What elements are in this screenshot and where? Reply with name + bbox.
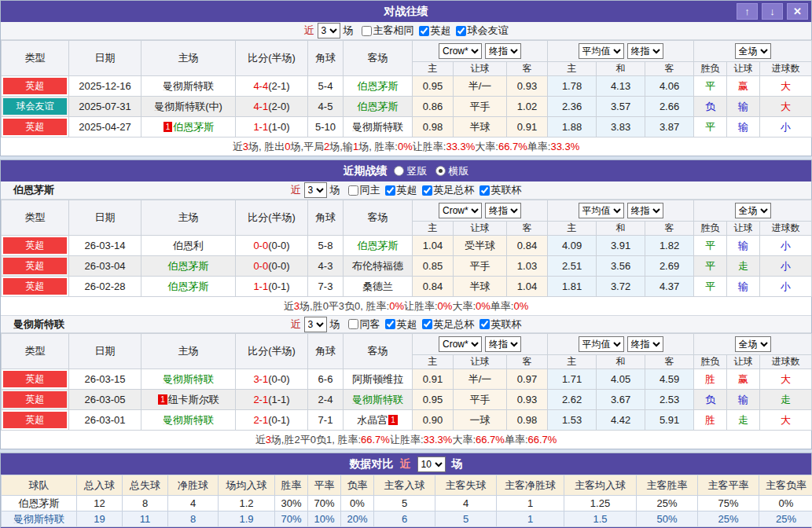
h2h-near-select[interactable]: 3	[318, 23, 340, 38]
filter-checkbox[interactable]: 英足总杯	[417, 183, 475, 197]
cell-goals-result: 小	[760, 256, 812, 277]
cell-corners: 7-3	[308, 277, 344, 297]
summary-segment: 3	[266, 434, 271, 446]
filter-checkbox[interactable]: 球会友谊	[451, 24, 509, 38]
avg-final-select[interactable]: 终指	[627, 336, 663, 352]
avg-final-select[interactable]: 终指	[627, 43, 663, 59]
team2-near-select[interactable]: 3	[304, 317, 327, 332]
layout-radio[interactable]: 竖版	[394, 164, 428, 178]
odds-final-select[interactable]: 终指	[485, 203, 521, 218]
cell-away-team: 布伦特福德	[344, 256, 413, 277]
filter-checkbox[interactable]: 英足总杯	[417, 317, 475, 332]
filter-checkbox[interactable]: 英联杯	[475, 317, 522, 332]
col-result: 胜负	[694, 355, 727, 369]
recent-section: 近期战绩 竖版横版 伯恩茅斯 近 3 场 同主英超英足总杯英联杯 类型 日期 主…	[0, 160, 812, 449]
cell-handicap-result: 输	[727, 236, 760, 256]
odds-select-group: Crow*终指	[413, 200, 548, 222]
col-type: 类型	[2, 334, 69, 369]
avg-source-select[interactable]: 平均值	[579, 336, 624, 352]
odds-final-select[interactable]: 终指	[485, 336, 521, 352]
move-up-button[interactable]: ↑	[737, 3, 758, 20]
col-odds-home: 主	[413, 355, 454, 369]
summary-segment: 66.7%	[528, 434, 557, 446]
cell-home-team: 伯恩茅斯	[141, 256, 236, 277]
team1-near-select[interactable]: 3	[304, 182, 327, 198]
cell-avg-home: 1.71	[548, 369, 597, 390]
col-hw-avg-goals: 主客均入球	[564, 475, 637, 496]
compare-section: 数据对比 近 10 场 球队 总入球 总失球 净胜球 场均入球 胜率 平率 负率…	[0, 453, 812, 528]
odds-final-select[interactable]: 终指	[485, 43, 521, 59]
halftime-score: (1-0)	[268, 121, 289, 133]
cell-avg-home: 1.53	[548, 410, 597, 431]
cell-stat-value: 70%	[275, 512, 308, 527]
h2h-title-bar: 对战往绩 ↑ ↓ ✕	[1, 1, 811, 22]
odds-company-select[interactable]: Crow*	[439, 43, 482, 59]
filter-checkbox[interactable]: 英超	[380, 183, 417, 197]
filter-checkbox[interactable]: 英超	[414, 24, 451, 38]
checkbox-input[interactable]	[362, 26, 372, 36]
scope-select[interactable]: 全场	[735, 203, 771, 218]
cell-home-team: 曼彻斯特联	[141, 76, 236, 97]
cell-goals-result: 走	[760, 390, 812, 410]
checkbox-input[interactable]	[456, 26, 466, 36]
cell-away-team: 曼彻斯特联	[344, 390, 413, 410]
odds-company-select[interactable]: Crow*	[439, 203, 482, 218]
cell-home-team: 伯恩利	[141, 236, 236, 256]
compare-near-select[interactable]: 10	[417, 456, 446, 472]
cell-stat-value: 5	[374, 496, 435, 512]
result-text: 小	[781, 280, 791, 292]
fulltime-score: 2-1	[253, 414, 268, 426]
cell-score: 2-1(0-1)	[236, 410, 308, 431]
team-name-text: 伯恩茅斯	[358, 101, 399, 112]
filter-checkbox[interactable]: 同客	[344, 317, 380, 332]
cell-avg-draw: 3.56	[597, 256, 645, 277]
col-odds-away: 客	[507, 222, 548, 236]
cell-stat-value: 25%	[698, 512, 759, 527]
checkbox-input[interactable]	[348, 185, 358, 196]
checkbox-input[interactable]	[419, 26, 429, 36]
avg-final-select[interactable]: 终指	[627, 203, 663, 218]
checkbox-input[interactable]	[422, 319, 432, 329]
odds-company-select[interactable]: Crow*	[439, 336, 482, 352]
scope-select[interactable]: 全场	[735, 43, 771, 59]
cell-handicap-result: 输	[727, 97, 760, 117]
filter-checkbox[interactable]: 主客相同	[357, 24, 414, 38]
team-name-text: 曼彻斯特联	[163, 414, 214, 426]
checkbox-input[interactable]	[422, 185, 432, 196]
checkbox-input[interactable]	[385, 319, 395, 329]
cell-result: 平	[694, 236, 727, 256]
cell-away-odds: 0.91	[507, 117, 548, 138]
move-down-button[interactable]: ↓	[762, 3, 783, 20]
filter-checkbox[interactable]: 同主	[344, 183, 380, 197]
col-corner: 角球	[308, 41, 344, 76]
games-label: 场	[330, 317, 340, 332]
avg-source-select[interactable]: 平均值	[579, 43, 624, 59]
cell-goals-result: 小	[760, 277, 812, 297]
checkbox-input[interactable]	[348, 319, 358, 329]
col-home: 主场	[141, 41, 236, 76]
scope-select[interactable]: 全场	[735, 336, 771, 352]
col-score: 比分(半场)	[236, 334, 308, 369]
games-label: 场	[330, 183, 340, 197]
filter-checkbox[interactable]: 英联杯	[475, 183, 522, 197]
cell-home-team: 曼彻斯特联	[141, 410, 236, 431]
checkbox-input[interactable]	[479, 319, 490, 329]
avg-source-select[interactable]: 平均值	[579, 203, 624, 218]
team2-summary: 近3场,胜2平0负1, 胜率:66.7% 让胜率:33.3% 大率:66.7% …	[1, 431, 811, 449]
cell-handicap-result: 输	[727, 277, 760, 297]
filter-checkbox[interactable]: 英超	[380, 317, 417, 332]
close-icon: ✕	[793, 6, 802, 17]
fulltime-score: 1-1	[253, 280, 268, 292]
cell-stat-value: 4	[168, 496, 219, 512]
col-date: 日期	[69, 41, 141, 76]
checkbox-input[interactable]	[385, 185, 395, 196]
layout-radio[interactable]: 横版	[435, 164, 469, 178]
close-button[interactable]: ✕	[787, 3, 808, 20]
summary-segment: 0%	[476, 300, 491, 312]
checkbox-input[interactable]	[479, 185, 490, 196]
cell-handicap: 平手	[454, 97, 507, 117]
cell-avg-away: 5.91	[645, 410, 694, 431]
result-text: 胜	[705, 373, 715, 385]
cell-home-team: 曼彻斯特联	[141, 369, 236, 390]
cell-avg-away: 3.87	[645, 117, 694, 138]
